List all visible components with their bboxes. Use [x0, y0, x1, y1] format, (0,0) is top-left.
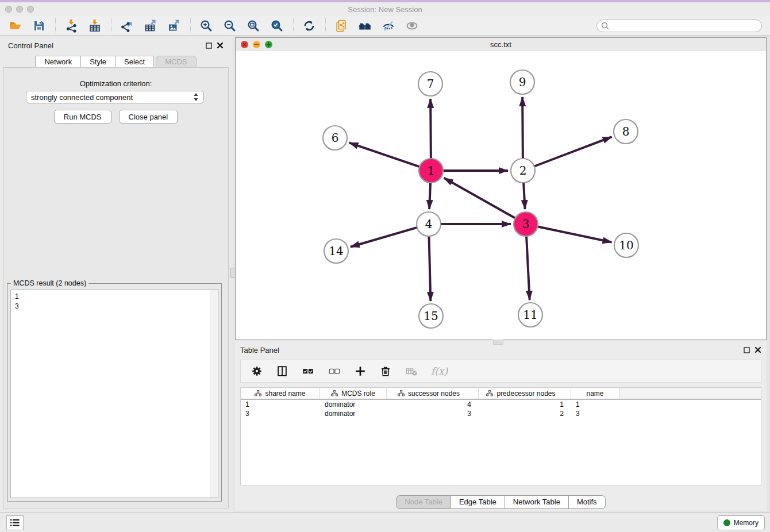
network-overview-button[interactable]	[333, 17, 350, 34]
column-header-successor-nodes[interactable]: successor nodes	[387, 388, 479, 399]
cell-successor-nodes[interactable]: 3	[387, 410, 479, 418]
export-image-icon	[167, 19, 181, 33]
mcds-result-list[interactable]: 1 3	[10, 290, 218, 498]
home-icon	[357, 19, 372, 33]
table-row[interactable]: 1 dominator 4 1 1	[241, 400, 761, 409]
close-panel-icon[interactable]	[217, 42, 224, 49]
cell-predecessor-nodes[interactable]: 2	[479, 410, 571, 418]
cell-mcds-role[interactable]: dominator	[320, 400, 387, 408]
zoom-in-button[interactable]	[198, 17, 215, 34]
graph-edge-2-3[interactable]	[523, 182, 525, 209]
control-panel-tabs: Network Style Select MCDS	[0, 56, 232, 68]
graph-node-10[interactable]: 10	[614, 233, 638, 257]
graph-edge-3-11[interactable]	[526, 235, 530, 300]
graph-edge-2-8[interactable]	[533, 137, 612, 167]
tab-style[interactable]: Style	[81, 56, 116, 68]
close-panel-button[interactable]: Close panel	[119, 110, 178, 124]
column-header-name[interactable]: name	[571, 388, 619, 399]
graph-edge-3-10[interactable]	[537, 226, 612, 242]
graph-node-4[interactable]: 4	[417, 212, 441, 236]
graph-node-7[interactable]: 7	[418, 72, 442, 96]
delete-column-icon[interactable]	[379, 365, 392, 377]
show-panels-button[interactable]	[403, 17, 421, 34]
export-image-button[interactable]	[165, 17, 183, 34]
table-panel: Table Panel f(x) shared name MCDS role s…	[235, 341, 767, 511]
search-input[interactable]	[612, 21, 752, 30]
select-columns-icon[interactable]	[276, 365, 288, 377]
graph-edge-1-6[interactable]	[349, 142, 421, 167]
optimization-criterion-dropdown[interactable]: strongly connected component	[26, 91, 204, 103]
column-header-shared-name[interactable]: shared name	[241, 388, 320, 399]
run-mcds-button[interactable]: Run MCDS	[54, 110, 111, 124]
import-network-button[interactable]	[63, 17, 80, 34]
export-network-icon	[120, 19, 134, 33]
search-box[interactable]	[596, 20, 762, 32]
graph-edge-4-15[interactable]	[429, 235, 430, 301]
network-window-titlebar[interactable]: scc.txt	[236, 38, 766, 52]
network-file-title: scc.txt	[236, 40, 766, 49]
tab-edge-table[interactable]: Edge Table	[451, 495, 505, 509]
tab-network[interactable]: Network	[35, 56, 81, 68]
hide-panels-button[interactable]	[380, 17, 397, 34]
select-all-rows-icon[interactable]	[301, 365, 315, 377]
graph-node-15[interactable]: 15	[419, 304, 443, 328]
float-panel-icon[interactable]	[206, 43, 212, 49]
export-network-button[interactable]	[118, 17, 136, 34]
cell-name[interactable]: 1	[571, 400, 619, 408]
home-button[interactable]	[356, 17, 374, 34]
memory-button[interactable]: Memory	[717, 515, 765, 530]
graph-node-14[interactable]: 14	[324, 239, 348, 263]
graph-node-1[interactable]: 1	[419, 159, 443, 183]
cell-name[interactable]: 3	[571, 410, 619, 418]
column-header-predecessor-nodes[interactable]: predecessor nodes	[479, 388, 571, 399]
cell-shared-name[interactable]: 1	[241, 400, 320, 408]
graph-edge-1-7[interactable]	[430, 99, 431, 160]
export-table-button[interactable]	[142, 17, 159, 34]
cell-mcds-role[interactable]: dominator	[320, 410, 387, 418]
close-view-icon[interactable]	[240, 40, 249, 49]
float-panel-icon[interactable]	[744, 347, 750, 353]
graph-node-label: 4	[425, 217, 433, 231]
cell-successor-nodes[interactable]: 4	[387, 400, 479, 408]
tab-network-table[interactable]: Network Table	[505, 495, 569, 509]
graph-edge-2-9[interactable]	[522, 97, 523, 160]
cell-predecessor-nodes[interactable]: 1	[479, 400, 571, 408]
tab-select[interactable]: Select	[116, 56, 154, 68]
graph-node-label: 8	[622, 125, 630, 138]
horizontal-splitter-grip[interactable]	[493, 340, 503, 345]
graph-node-3[interactable]: 3	[514, 212, 538, 236]
graph-edge-1-4[interactable]	[429, 182, 430, 209]
graph-node-8[interactable]: 8	[614, 119, 638, 144]
result-scrollbar[interactable]	[210, 290, 218, 498]
close-panel-icon[interactable]	[754, 346, 761, 353]
zoom-out-button[interactable]	[221, 17, 238, 34]
tab-node-table[interactable]: Node Table	[396, 495, 451, 509]
graph-node-9[interactable]: 9	[510, 70, 534, 94]
memory-label: Memory	[734, 519, 759, 527]
network-canvas[interactable]: 1234678910111415	[236, 51, 766, 340]
graph-node-2[interactable]: 2	[511, 159, 535, 183]
cell-shared-name[interactable]: 3	[241, 410, 320, 418]
deselect-all-rows-icon[interactable]	[328, 365, 341, 377]
tab-mcds[interactable]: MCDS	[156, 56, 196, 68]
maximize-view-icon[interactable]	[264, 40, 273, 49]
apply-layout-button[interactable]	[301, 17, 318, 34]
zoom-selected-button[interactable]	[268, 17, 286, 34]
graph-edge-4-14[interactable]	[351, 227, 418, 246]
graph-node-11[interactable]: 11	[518, 303, 542, 327]
add-column-icon[interactable]	[354, 365, 367, 377]
import-table-button[interactable]	[86, 17, 103, 34]
tab-motifs[interactable]: Motifs	[569, 495, 606, 509]
graph-node-6[interactable]: 6	[323, 126, 347, 150]
graph-svg[interactable]: 1234678910111415	[236, 51, 766, 340]
save-session-button[interactable]	[30, 17, 48, 34]
table-settings-gear-icon[interactable]	[251, 365, 263, 377]
minimize-view-icon[interactable]	[252, 40, 261, 49]
show-task-history-button[interactable]	[6, 515, 24, 530]
open-session-button[interactable]	[7, 17, 24, 34]
column-header-mcds-role[interactable]: MCDS role	[320, 388, 387, 399]
toolbar-separator	[55, 18, 56, 33]
table-row[interactable]: 3 dominator 3 2 3	[241, 409, 761, 418]
graph-edge-3-1[interactable]	[444, 178, 517, 219]
zoom-fit-button[interactable]	[245, 17, 262, 34]
